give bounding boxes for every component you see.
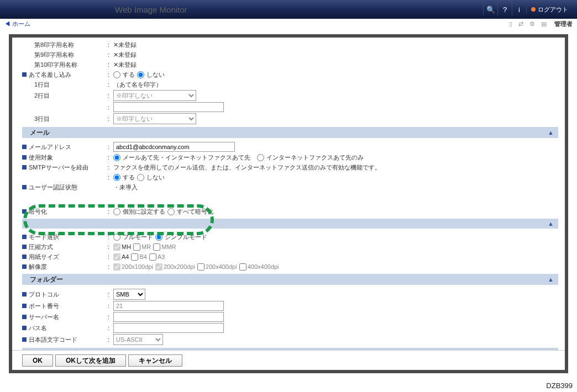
info-icon[interactable]: i bbox=[512, 3, 526, 15]
paper-a4-checkbox[interactable]: A4 bbox=[113, 253, 129, 261]
cancel-button[interactable]: キャンセル bbox=[128, 354, 182, 367]
scroll-area[interactable]: 第8印字用名称:✕未登録 第9印字用名称:✕未登録 第10印字用名称:✕未登録 … bbox=[12, 38, 565, 350]
ok-button[interactable]: OK bbox=[22, 354, 53, 367]
port-label: ポート番号 bbox=[29, 302, 59, 310]
paper-a3-checkbox[interactable]: A3 bbox=[149, 253, 165, 261]
proto-label: プロトコル bbox=[29, 290, 59, 299]
mode-full-radio[interactable]: フルモード bbox=[113, 233, 153, 241]
content-frame: 第8印字用名称:✕未登録 第9印字用名称:✕未登録 第10印字用名称:✕未登録 … bbox=[9, 34, 568, 373]
mail-addr-input[interactable] bbox=[113, 142, 235, 152]
titlebar-right: 🔍 ? i ログアウト bbox=[483, 3, 573, 15]
mail-target-label: 使用対象 bbox=[29, 153, 53, 162]
name10-value: ✕未登録 bbox=[113, 61, 558, 69]
name9-label: 第9印字用名称 bbox=[22, 51, 108, 59]
merge-line1-value: （あて名を印字） bbox=[113, 81, 558, 89]
enc-label: 暗号化 bbox=[29, 208, 47, 216]
smtp-no-radio[interactable]: しない bbox=[137, 173, 165, 182]
res-200x100-checkbox[interactable]: 200x100dpi bbox=[113, 263, 153, 271]
help-icon[interactable]: ? bbox=[497, 3, 512, 15]
smtp-label: SMTPサーバーを経由 bbox=[29, 163, 88, 172]
name10-label: 第10印字用名称 bbox=[22, 61, 108, 69]
doc-id: DZB399 bbox=[546, 382, 573, 390]
merge-line1-label: 1行目 bbox=[22, 81, 108, 89]
name9-value: ✕未登録 bbox=[113, 51, 558, 59]
search-icon[interactable]: 🔍 bbox=[483, 3, 497, 15]
mail-target-opt2-radio[interactable]: インターネットファクスあて先のみ bbox=[257, 153, 364, 162]
path-input[interactable] bbox=[113, 323, 224, 333]
subbar: ◀ ホーム ▯ ⇄ ⚙ ▤ 管理者 bbox=[0, 19, 577, 29]
merge-line2-label: 2行目 bbox=[22, 92, 108, 100]
collapse-icon: ▲ bbox=[548, 220, 554, 227]
merge-line2-custom[interactable] bbox=[113, 102, 224, 112]
enc-opt2-radio[interactable]: すべて暗号化 bbox=[167, 208, 213, 216]
folder-section-header[interactable]: フォルダー ▲ bbox=[22, 274, 558, 285]
mail-target-opt1-radio[interactable]: メールあて先・インターネットファクスあて先 bbox=[113, 153, 250, 162]
user-auth-value: ・未導入 bbox=[113, 183, 558, 192]
app-title: Web Image Monitor bbox=[115, 5, 187, 14]
mail-section-header[interactable]: メール ▲ bbox=[22, 127, 558, 138]
charset-label: 日本語文字コード bbox=[29, 336, 77, 344]
merge-line2-select[interactable]: ※印字しない bbox=[113, 90, 196, 101]
merge-line3-select[interactable]: ※印字しない bbox=[113, 113, 196, 124]
mode-label: モード選択 bbox=[29, 233, 59, 241]
comp-label: 圧縮方式 bbox=[29, 243, 53, 251]
smtp-note: ファクスを使用してのメール送信、または、インターネットファクス送信のみで有効な機… bbox=[113, 163, 558, 172]
collapse-icon: ▲ bbox=[548, 276, 554, 283]
enc-opt1-radio[interactable]: 個別に設定する bbox=[113, 208, 165, 216]
button-bar: OK OKして次を追加 キャンセル bbox=[12, 350, 565, 370]
blank-section-header[interactable]: ▲ bbox=[22, 219, 558, 229]
comp-mr-checkbox[interactable]: MR bbox=[133, 243, 151, 251]
merge-no-radio[interactable]: しない bbox=[137, 71, 165, 79]
charset-select[interactable]: US-ASCII bbox=[113, 334, 163, 345]
comp-mh-checkbox[interactable]: MH bbox=[113, 243, 131, 251]
merge-label: あて名差し込み bbox=[29, 71, 71, 79]
collapse-icon: ▲ bbox=[548, 129, 554, 136]
path-label: パス名 bbox=[29, 324, 47, 332]
home-link[interactable]: ◀ ホーム bbox=[4, 20, 30, 28]
res-400x400-checkbox[interactable]: 400x400dpi bbox=[239, 263, 279, 271]
user-auth-label: ユーザー認証状態 bbox=[29, 183, 77, 192]
merge-yes-radio[interactable]: する bbox=[113, 71, 135, 79]
server-input[interactable] bbox=[113, 312, 224, 322]
admin-label: 管理者 bbox=[554, 20, 573, 28]
comp-mmr-checkbox[interactable]: MMR bbox=[153, 243, 176, 251]
logout-button[interactable]: ログアウト bbox=[526, 6, 573, 14]
res-200x200-checkbox[interactable]: 200x200dpi bbox=[155, 263, 195, 271]
smtp-yes-radio[interactable]: する bbox=[113, 173, 135, 182]
res-label: 解像度 bbox=[29, 263, 47, 271]
paper-b4-checkbox[interactable]: B4 bbox=[131, 253, 146, 261]
ok-next-button[interactable]: OKして次を追加 bbox=[55, 354, 126, 367]
content-inner: 第8印字用名称:✕未登録 第9印字用名称:✕未登録 第10印字用名称:✕未登録 … bbox=[12, 38, 565, 370]
port-input[interactable] bbox=[113, 301, 224, 311]
titlebar: Web Image Monitor 🔍 ? i ログアウト bbox=[0, 0, 577, 19]
proto-select[interactable]: SMB bbox=[113, 289, 145, 300]
server-label: サーバー名 bbox=[29, 313, 59, 321]
mode-simple-radio[interactable]: シンプルモード bbox=[155, 233, 207, 241]
name8-value: ✕未登録 bbox=[113, 41, 558, 49]
res-200x400-checkbox[interactable]: 200x400dpi bbox=[197, 263, 237, 271]
name8-label: 第8印字用名称 bbox=[22, 41, 108, 49]
status-icons: ▯ ⇄ ⚙ ▤ bbox=[509, 20, 549, 28]
mail-addr-label: メールアドレス bbox=[29, 143, 71, 151]
merge-line3-label: 3行目 bbox=[22, 115, 108, 123]
paper-label: 用紙サイズ bbox=[29, 253, 59, 261]
